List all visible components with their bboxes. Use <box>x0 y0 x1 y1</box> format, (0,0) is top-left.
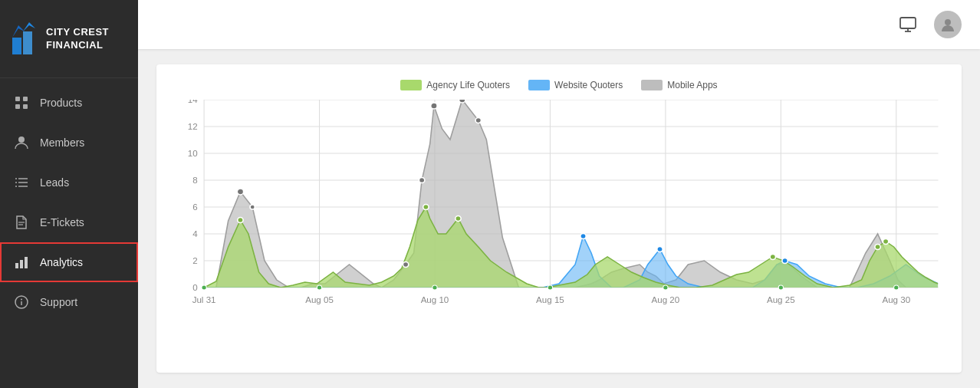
sidebar-item-members[interactable]: Members <box>0 123 138 163</box>
svg-point-77 <box>548 285 552 290</box>
svg-point-74 <box>202 285 206 290</box>
svg-rect-7 <box>23 104 28 109</box>
sidebar-item-leads[interactable]: Leads <box>0 163 138 202</box>
svg-text:Aug 20: Aug 20 <box>652 295 680 304</box>
products-label: Products <box>40 97 82 109</box>
legend-agency-label: Agency Life Quoters <box>426 80 510 90</box>
sidebar-item-analytics[interactable]: Analytics <box>0 242 138 282</box>
svg-point-73 <box>782 258 788 264</box>
svg-text:12: 12 <box>188 122 198 131</box>
chart-svg: 0 2 4 6 8 10 12 14 <box>172 100 946 314</box>
monitor-button[interactable] <box>894 11 922 38</box>
file-icon <box>14 215 29 230</box>
svg-text:Aug 25: Aug 25 <box>767 295 795 304</box>
analytics-icon <box>14 255 29 270</box>
svg-text:Jul 31: Jul 31 <box>192 295 216 304</box>
svg-point-61 <box>419 178 424 183</box>
legend-website-box <box>528 80 550 90</box>
svg-rect-1 <box>23 31 32 54</box>
etickets-label: E-Tickets <box>40 216 84 229</box>
svg-point-67 <box>455 216 461 222</box>
svg-rect-6 <box>15 104 20 109</box>
support-label: Support <box>40 296 77 308</box>
svg-marker-2 <box>12 25 25 38</box>
svg-point-72 <box>657 247 663 252</box>
legend-agency: Agency Life Quoters <box>400 80 510 90</box>
topbar <box>138 0 980 49</box>
svg-point-70 <box>883 239 888 245</box>
svg-point-8 <box>18 136 25 143</box>
svg-rect-19 <box>25 257 28 268</box>
svg-text:Aug 30: Aug 30 <box>882 295 910 304</box>
svg-point-68 <box>770 255 775 260</box>
page-content: Agency Life Quoters Website Quoters Mobi… <box>138 49 980 388</box>
svg-rect-18 <box>20 260 23 268</box>
user-avatar[interactable] <box>934 11 962 38</box>
svg-point-80 <box>894 285 899 290</box>
svg-point-26 <box>945 19 951 25</box>
sidebar-item-etickets[interactable]: E-Tickets <box>0 202 138 242</box>
legend-website: Website Quoters <box>528 80 623 90</box>
svg-point-58 <box>237 189 243 195</box>
sidebar-item-products[interactable]: Products <box>0 83 138 123</box>
members-label: Members <box>40 136 84 149</box>
svg-point-60 <box>403 262 408 268</box>
chart-legend: Agency Life Quoters Website Quoters Mobi… <box>172 80 946 90</box>
svg-text:4: 4 <box>192 229 197 238</box>
grid-icon <box>14 95 29 110</box>
svg-point-63 <box>459 100 465 103</box>
svg-point-64 <box>475 118 481 123</box>
svg-rect-4 <box>15 97 20 101</box>
svg-point-78 <box>663 285 668 290</box>
svg-point-66 <box>423 205 429 210</box>
sidebar-item-support[interactable]: Support <box>0 282 138 322</box>
svg-text:Aug 05: Aug 05 <box>305 295 334 304</box>
svg-point-76 <box>432 285 437 290</box>
legend-agency-box <box>400 80 422 90</box>
svg-point-65 <box>238 218 243 223</box>
legend-mobile-label: Mobile Apps <box>667 80 717 90</box>
svg-rect-23 <box>900 18 916 28</box>
svg-point-62 <box>431 103 437 109</box>
svg-text:0: 0 <box>192 283 197 292</box>
svg-point-22 <box>21 299 22 301</box>
svg-rect-27 <box>204 100 938 288</box>
svg-point-79 <box>778 285 783 290</box>
svg-text:2: 2 <box>192 256 197 265</box>
analytics-label: Analytics <box>40 256 83 268</box>
chart-area: 0 2 4 6 8 10 12 14 <box>172 100 946 314</box>
svg-point-69 <box>875 245 880 250</box>
logo: CITY CREST FINANCIAL <box>0 0 138 78</box>
person-icon <box>14 135 29 150</box>
svg-text:Aug 10: Aug 10 <box>421 295 449 304</box>
svg-rect-17 <box>15 263 18 268</box>
svg-rect-0 <box>12 38 21 54</box>
app-title: CITY CREST FINANCIAL <box>46 26 127 52</box>
nav-menu: Products Members <box>0 78 138 322</box>
svg-text:14: 14 <box>188 100 198 104</box>
svg-point-71 <box>580 234 586 239</box>
leads-label: Leads <box>40 176 69 189</box>
info-icon <box>14 294 29 310</box>
svg-point-59 <box>250 205 255 209</box>
svg-point-75 <box>317 285 321 290</box>
legend-mobile-box <box>641 80 663 90</box>
sidebar: CITY CREST FINANCIAL Products Membe <box>0 0 138 388</box>
svg-text:6: 6 <box>192 202 197 212</box>
logo-icon <box>11 22 38 56</box>
svg-marker-3 <box>23 22 35 31</box>
chart-card: Agency Life Quoters Website Quoters Mobi… <box>156 64 962 373</box>
legend-website-label: Website Quoters <box>554 80 623 90</box>
list-icon <box>14 175 29 190</box>
svg-text:8: 8 <box>192 176 197 185</box>
svg-text:Aug 15: Aug 15 <box>536 295 564 304</box>
svg-rect-5 <box>23 97 28 101</box>
legend-mobile: Mobile Apps <box>641 80 717 90</box>
main-content: Agency Life Quoters Website Quoters Mobi… <box>138 0 980 388</box>
svg-text:10: 10 <box>188 149 198 158</box>
